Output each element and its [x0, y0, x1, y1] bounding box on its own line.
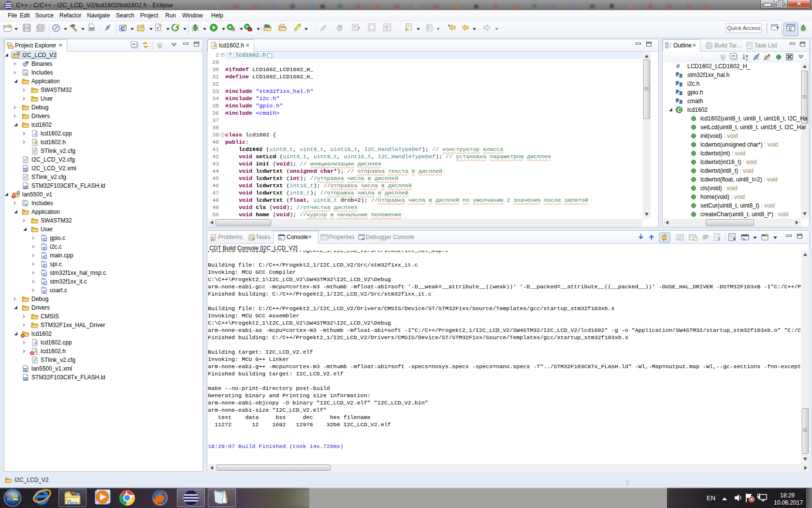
svg-text:z: z [746, 57, 748, 61]
svg-text:C: C [789, 27, 792, 31]
svg-text:¶: ¶ [385, 25, 388, 30]
svg-text:010: 010 [90, 28, 94, 30]
svg-text:c: c [157, 26, 159, 30]
svg-text:s: s [768, 54, 770, 57]
svg-text:C: C [121, 26, 124, 31]
